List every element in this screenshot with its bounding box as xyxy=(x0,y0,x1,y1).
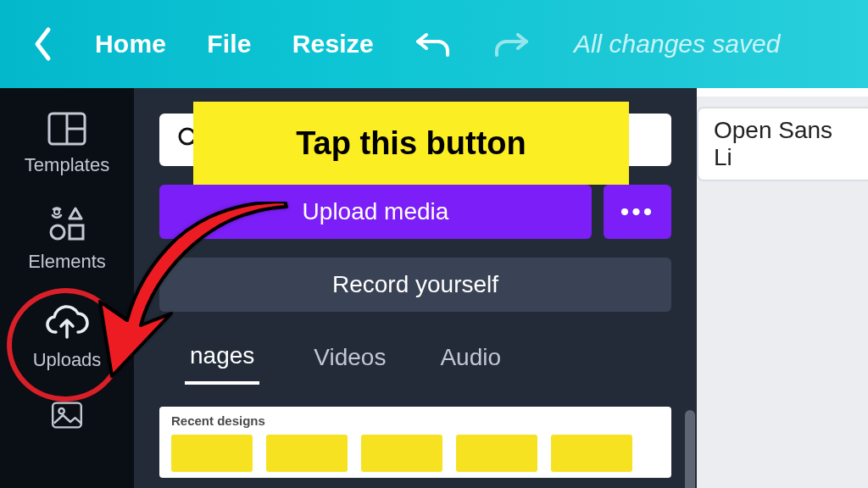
recent-heading: Recent designs xyxy=(171,413,659,428)
annotation-callout: Tap this button xyxy=(193,102,629,185)
record-yourself-button[interactable]: Record yourself xyxy=(159,258,671,312)
svg-point-6 xyxy=(58,408,64,413)
media-tabs: nages Videos Audio xyxy=(159,330,671,385)
elements-icon xyxy=(47,207,86,242)
sidebar-item-templates[interactable]: Templates xyxy=(0,112,134,176)
sidebar-item-label: Uploads xyxy=(33,349,102,371)
photos-icon xyxy=(47,402,86,429)
save-status: All changes saved xyxy=(574,30,781,58)
thumbnail[interactable] xyxy=(456,435,537,472)
svg-point-3 xyxy=(51,225,64,239)
top-toolbar: Home File Resize All changes saved xyxy=(0,0,868,88)
sidebar-item-label: Templates xyxy=(25,154,109,176)
panel-scrollbar[interactable] xyxy=(685,410,695,488)
recent-thumbs xyxy=(171,435,659,472)
tab-videos[interactable]: Videos xyxy=(314,344,386,383)
home-link[interactable]: Home xyxy=(95,30,166,58)
resize-menu[interactable]: Resize xyxy=(292,30,374,58)
font-selector[interactable]: Open Sans Li xyxy=(697,107,868,181)
tab-images[interactable]: nages xyxy=(185,342,259,385)
file-menu[interactable]: File xyxy=(207,30,251,58)
recent-designs: Recent designs xyxy=(159,407,671,478)
tab-audio[interactable]: Audio xyxy=(440,344,501,383)
templates-icon xyxy=(47,112,86,146)
sidebar-item-photos[interactable] xyxy=(0,402,134,429)
upload-media-button[interactable]: Upload media xyxy=(159,185,592,239)
thumbnail[interactable] xyxy=(361,435,442,472)
sidebar-item-uploads[interactable]: Uploads xyxy=(0,303,134,371)
svg-rect-4 xyxy=(70,225,83,239)
toolbar-strip xyxy=(697,88,868,97)
thumbnail[interactable] xyxy=(171,435,253,472)
left-sidebar: Templates Elements U xyxy=(0,88,134,488)
back-button[interactable] xyxy=(32,26,54,62)
redo-button[interactable] xyxy=(492,30,530,58)
sidebar-item-elements[interactable]: Elements xyxy=(0,207,134,273)
upload-row: Upload media ••• xyxy=(159,185,671,239)
thumbnail[interactable] xyxy=(266,435,348,472)
annotation-circle xyxy=(3,284,127,405)
upload-more-button[interactable]: ••• xyxy=(604,185,671,239)
svg-rect-5 xyxy=(53,403,81,428)
thumbnail[interactable] xyxy=(551,435,632,472)
cloud-upload-icon xyxy=(44,303,90,341)
undo-button[interactable] xyxy=(415,30,452,58)
sidebar-item-label: Elements xyxy=(28,251,106,273)
canvas-area: Open Sans Li xyxy=(697,88,868,488)
